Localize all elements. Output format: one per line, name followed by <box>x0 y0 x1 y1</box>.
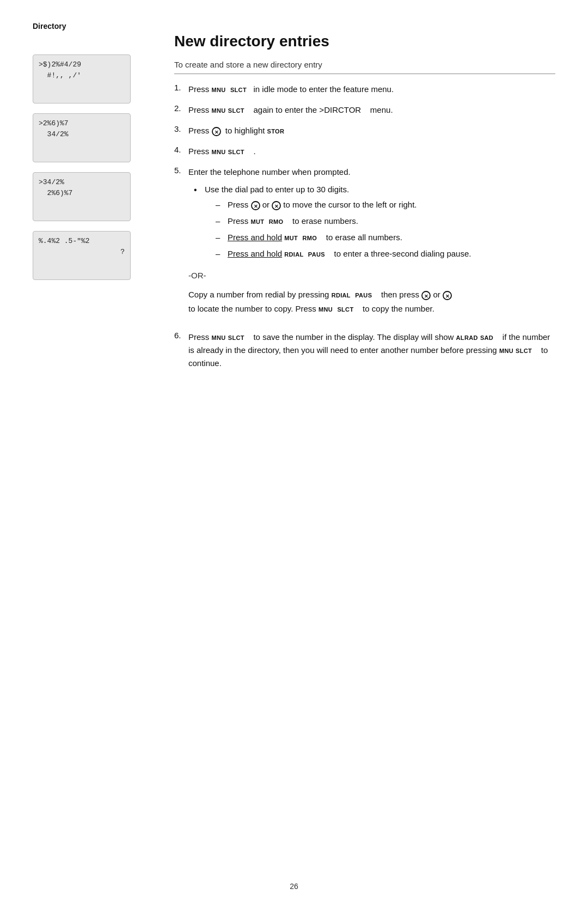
or-text-2: or <box>433 290 440 299</box>
key-slct-or: SLCT <box>337 306 353 313</box>
svg-text:✕: ✕ <box>445 293 449 299</box>
key-mnu-6: mnu <box>212 334 226 341</box>
nav-icon-right: ✕ <box>272 201 281 210</box>
step-5-sub-1: • Use the dial pad to enter up to 30 dig… <box>194 183 555 264</box>
step-3: 3. Press ✕ to highlight STOR <box>174 124 555 137</box>
step-4-content: Press mnu SLCT . <box>188 145 555 158</box>
press-hold-label-4: Press and hold <box>228 249 282 258</box>
key-slct-6: SLCT <box>228 334 244 341</box>
step-6-content: Press mnu SLCT to save the number in the… <box>188 331 555 370</box>
sub-sub-2-text: Press MUT RMO to erase numbers. <box>228 215 358 228</box>
svg-text:✕: ✕ <box>424 293 428 299</box>
sub-sub-4: – Press and hold RDIAL PAUS to enter a t… <box>216 247 471 260</box>
step-4: 4. Press mnu SLCT . <box>174 145 555 158</box>
screen3-line1: >34/2% <box>39 178 64 186</box>
sub-sub-4-text: Press and hold RDIAL PAUS to enter a thr… <box>228 247 471 260</box>
step-3-number: 3. <box>174 124 186 133</box>
steps-list: 1. Press MNU SLCT in idle mode to enter … <box>174 83 555 370</box>
key-sad-6: SAD <box>480 334 493 341</box>
key-paus-or: PAUS <box>355 292 372 299</box>
left-column: >$)2%#4/29 #!,, ,/' >2%6)%7 34/2% >34/2%… <box>33 54 142 280</box>
screen4-line1: %.4%2 .5-"%2 <box>39 237 90 245</box>
step-2-content: Press mnu SLCT again to enter the >DIRCT… <box>188 104 555 117</box>
sub-sub-3-text: Press and hold MUT RMO to erase all numb… <box>228 231 402 244</box>
key-mut-3: MUT <box>284 235 298 241</box>
step-5-sub-1-text: Use the dial pad to enter up to 30 digit… <box>205 183 471 264</box>
nav-icon-or-right: ✕ <box>443 291 452 300</box>
key-mnu-2: mnu <box>212 107 226 114</box>
or-block: Copy a number from redial by pressing RD… <box>188 288 555 315</box>
screen1-line2: #!,, ,/' <box>39 71 81 80</box>
step-1-content: Press MNU SLCT in idle mode to enter the… <box>188 83 555 96</box>
key-slct-2: SLCT <box>228 107 244 114</box>
step-5-content: Enter the telephone number when prompted… <box>188 166 555 323</box>
key-alrad-6: ALRAD <box>456 334 478 341</box>
step-4-number: 4. <box>174 145 186 154</box>
step-3-content: Press ✕ to highlight STOR <box>188 124 555 137</box>
device-screen-2: >2%6)%7 34/2% <box>33 113 131 162</box>
or-text-1: or <box>262 200 270 209</box>
dash-3: – <box>216 231 225 244</box>
key-rdial-4: RDIAL <box>284 251 303 258</box>
step-2: 2. Press mnu SLCT again to enter the >DI… <box>174 104 555 117</box>
key-slct-4: SLCT <box>228 149 244 155</box>
sub-sub-3: – Press and hold MUT RMO to erase all nu… <box>216 231 471 244</box>
key-rmo-2: RMO <box>269 218 284 225</box>
dash-1: – <box>216 198 225 211</box>
page-container: Directory >$)2%#4/29 #!,, ,/' >2%6)%7 34… <box>0 0 588 907</box>
key-rmo-3: RMO <box>302 235 317 241</box>
page-number: 26 <box>290 882 298 891</box>
main-content: New directory entries To create and stor… <box>174 33 555 370</box>
page-heading: New directory entries <box>174 33 555 50</box>
step-5-number: 5. <box>174 166 186 175</box>
key-mnu-1: MNU <box>212 87 226 93</box>
svg-text:✕: ✕ <box>253 203 258 209</box>
screen2-line1: >2%6)%7 <box>39 119 69 127</box>
svg-text:✕: ✕ <box>214 129 218 135</box>
step-6: 6. Press mnu SLCT to save the number in … <box>174 331 555 370</box>
press-hold-label-3: Press and hold <box>228 233 282 242</box>
screen1-line1: >$)2%#4/29 <box>39 60 81 69</box>
step-2-number: 2. <box>174 104 186 113</box>
nav-icon-down-3: ✕ <box>212 127 221 136</box>
key-mnu-4: mnu <box>212 149 226 155</box>
screen2-line2: 34/2% <box>39 130 69 138</box>
device-screen-3: >34/2% 2%6)%7 <box>33 172 131 221</box>
nav-icon-or-left: ✕ <box>421 291 431 300</box>
svg-text:✕: ✕ <box>274 203 279 209</box>
key-mnu-6b: mnu <box>499 348 513 354</box>
device-screen-4: %.4%2 .5-"%2 ? <box>33 231 131 280</box>
dash-4: – <box>216 247 225 260</box>
device-screen-1: >$)2%#4/29 #!,, ,/' <box>33 54 131 104</box>
step-5: 5. Enter the telephone number when promp… <box>174 166 555 323</box>
key-slct-6b: SLCT <box>516 348 532 354</box>
key-mut-2: MUT <box>251 218 265 225</box>
sub-sub-2: – Press MUT RMO to erase numbers. <box>216 215 471 228</box>
nav-icon-left: ✕ <box>251 201 260 210</box>
step-1: 1. Press MNU SLCT in idle mode to enter … <box>174 83 555 96</box>
key-rdial-or: RDIAL <box>332 292 351 299</box>
dash-2: – <box>216 215 225 228</box>
sub-sub-1: – Press ✕ or <box>216 198 471 211</box>
bullet-1: • <box>194 183 203 197</box>
subtitle: To create and store a new directory entr… <box>174 60 555 74</box>
screen3-line2: 2%6)%7 <box>39 189 72 197</box>
key-mnu-or: MNU <box>318 306 333 313</box>
step-5-sub-sub-list: – Press ✕ or <box>216 198 471 260</box>
step-6-number: 6. <box>174 331 186 340</box>
key-paus-4: PAUS <box>308 251 325 258</box>
key-stor-3: STOR <box>267 128 285 135</box>
step-5-main: Enter the telephone number when prompted… <box>188 166 555 179</box>
sub-sub-1-text: Press ✕ or <box>228 198 416 211</box>
key-slct-1: SLCT <box>230 87 247 93</box>
or-separator: -OR- <box>188 269 555 282</box>
screen4-line2: ? <box>120 247 125 258</box>
step-5-sublist: • Use the dial pad to enter up to 30 dig… <box>194 183 555 264</box>
section-label: Directory <box>33 22 66 31</box>
step-1-number: 1. <box>174 83 186 92</box>
